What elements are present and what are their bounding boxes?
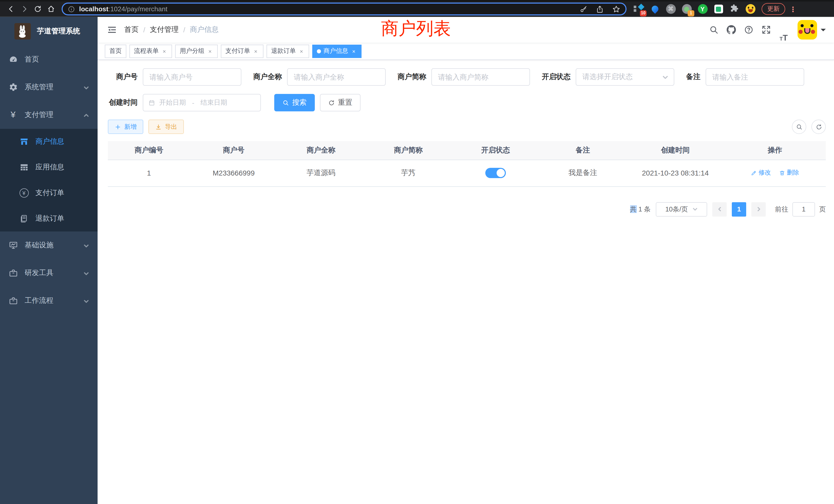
avatar-caret-icon[interactable] [821, 28, 826, 33]
sidebar-item-label: 首页 [25, 55, 89, 64]
font-size-icon[interactable] [775, 17, 792, 43]
total-count: 1 条 [638, 205, 651, 213]
url-path: :1024/pay/merchant [108, 5, 168, 13]
dashboard-icon [8, 55, 18, 64]
tab-refund-order[interactable]: 退款订单 [266, 44, 309, 58]
refresh-icon [328, 99, 335, 106]
search-icon [796, 123, 803, 130]
date-range-input[interactable]: 开始日期 - 结束日期 [143, 94, 261, 111]
share-icon[interactable] [596, 5, 604, 13]
extension-avatar-icon[interactable]: 1 [681, 4, 692, 14]
forward-arrow-icon [20, 5, 28, 13]
tab-process-form[interactable]: 流程表单 [129, 44, 172, 58]
browser-toolbar: localhost:1024/pay/merchant 10 1 [0, 0, 834, 17]
sidebar-item-label: 退款订单 [36, 214, 89, 223]
sidebar-item-merchant-info[interactable]: 商户信息 [0, 129, 97, 155]
sidebar-item-home[interactable]: 首页 [0, 46, 97, 73]
next-page-button[interactable] [751, 202, 766, 216]
status-select[interactable]: 请选择开启状态 [576, 68, 674, 86]
user-avatar[interactable] [797, 20, 817, 40]
extension-pin-icon[interactable] [650, 4, 660, 14]
goto-page-input[interactable] [792, 202, 815, 216]
extension-command-icon[interactable] [665, 4, 676, 14]
field-label: 创建时间 [108, 98, 143, 107]
tab-label: 商户信息 [324, 47, 348, 55]
short-name-input[interactable] [431, 68, 530, 86]
pencil-icon [751, 170, 757, 176]
tab-merchant-info[interactable]: 商户信息 [312, 44, 361, 58]
chevron-right-icon [756, 206, 761, 212]
search-button[interactable]: 搜索 [274, 94, 315, 111]
page-size-select[interactable]: 10条/页 [656, 202, 707, 216]
export-button[interactable]: 导出 [148, 120, 184, 134]
status-toggle[interactable] [485, 168, 506, 178]
sidebar-menu: 首页 系统管理 支付管理 [0, 46, 97, 315]
password-key-icon[interactable] [579, 5, 588, 13]
full-name-input[interactable] [287, 68, 386, 86]
browser-home-button[interactable] [44, 2, 58, 16]
remark-input[interactable] [706, 68, 804, 86]
sidebar-item-system[interactable]: 系统管理 [0, 73, 97, 101]
chevron-down-icon [83, 298, 89, 304]
tab-home[interactable]: 首页 [105, 44, 126, 58]
close-icon[interactable] [253, 48, 259, 54]
sidebar-item-payment[interactable]: 支付管理 [0, 101, 97, 129]
github-icon[interactable] [723, 17, 740, 43]
browser-update-button[interactable]: 更新 [762, 3, 785, 15]
download-icon [155, 123, 162, 130]
extension-doc-icon[interactable] [713, 4, 724, 14]
extension-emoji-icon[interactable] [745, 4, 755, 14]
toggle-search-button[interactable] [792, 120, 806, 134]
prev-page-button[interactable] [712, 202, 727, 216]
sidebar: 芋道管理系统 首页 系统管理 支付管 [0, 17, 97, 504]
extension-y-icon[interactable] [697, 4, 708, 14]
browser-reload-button[interactable] [31, 2, 44, 16]
chevron-down-icon [83, 84, 89, 90]
sidebar-item-refund-order[interactable]: 退款订单 [0, 206, 97, 231]
main-panel: 首页 支付管理 商户信息 [97, 17, 834, 504]
select-placeholder: 请选择开启状态 [583, 72, 662, 82]
chevron-down-icon [662, 74, 668, 80]
sidebar-item-app-info[interactable]: 应用信息 [0, 155, 97, 180]
merchant-no-input[interactable] [143, 68, 241, 86]
chevron-down-icon [83, 270, 89, 276]
tab-user-group[interactable]: 用户分组 [175, 44, 218, 58]
breadcrumb-separator [183, 26, 185, 34]
site-info-icon[interactable] [68, 5, 75, 13]
header-search-icon[interactable] [705, 17, 723, 43]
sidebar-collapse-icon[interactable] [103, 21, 121, 39]
close-icon[interactable] [207, 48, 213, 54]
date-separator: - [190, 99, 196, 107]
delete-link[interactable]: 删除 [779, 168, 799, 177]
help-icon[interactable] [740, 17, 758, 43]
extension-drop-icon[interactable]: 10 [634, 4, 644, 14]
bookmark-star-icon[interactable] [612, 5, 620, 13]
add-button[interactable]: 新增 [108, 120, 143, 134]
close-icon[interactable] [299, 48, 305, 54]
close-icon[interactable] [161, 48, 168, 54]
filter-full-name: 商户全称 [253, 68, 386, 86]
tab-pay-order[interactable]: 支付订单 [221, 44, 263, 58]
fullscreen-icon[interactable] [758, 17, 775, 43]
reset-button[interactable]: 重置 [320, 94, 360, 111]
tags-view-bar: 首页 流程表单 用户分组 支付订单 退款订单 商户信息 [97, 43, 834, 60]
extensions-puzzle-icon[interactable] [729, 4, 740, 14]
sidebar-logo-row[interactable]: 芋道管理系统 [0, 17, 97, 46]
breadcrumb-home[interactable]: 首页 [124, 25, 139, 35]
refresh-table-button[interactable] [811, 120, 826, 134]
browser-forward-button[interactable] [18, 2, 31, 16]
sidebar-item-dev-tools[interactable]: 研发工具 [0, 259, 97, 287]
close-icon[interactable] [351, 48, 357, 54]
breadcrumb-section[interactable]: 支付管理 [150, 25, 179, 35]
browser-back-button[interactable] [4, 2, 18, 16]
edit-link[interactable]: 修改 [751, 168, 771, 177]
browser-menu-kebab-icon[interactable] [789, 5, 794, 13]
sidebar-item-workflow[interactable]: 工作流程 [0, 287, 97, 315]
address-bar[interactable]: localhost:1024/pay/merchant [62, 3, 627, 16]
sidebar-item-infrastructure[interactable]: 基础设施 [0, 231, 97, 259]
page-number-button[interactable]: 1 [732, 202, 746, 216]
sidebar-item-pay-order[interactable]: 支付订单 [0, 180, 97, 206]
cell-create-time: 2021-10-23 08:31:14 [627, 160, 724, 186]
extension-diamond-glyph [638, 3, 644, 10]
goto-label: 前往 [775, 205, 788, 214]
